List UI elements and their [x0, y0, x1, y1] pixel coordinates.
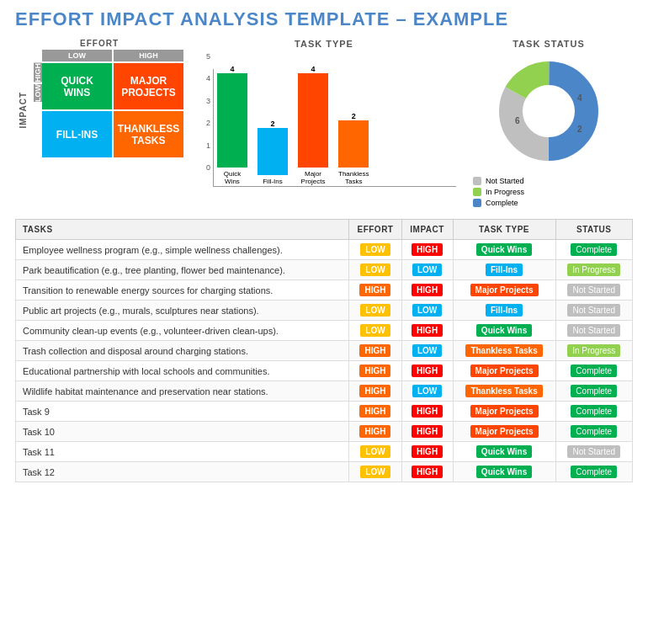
cell-effort: LOW [349, 301, 401, 321]
effort-badge: LOW [360, 466, 390, 478]
table-row: Employee wellness program (e.g., simple … [16, 240, 633, 260]
donut-svg-wrap: 4 2 6 [490, 52, 608, 170]
th-effort: EFFORT [349, 220, 401, 240]
effort-low: LOW [42, 50, 112, 61]
cell-impact: LOW [401, 301, 453, 321]
cell-impact: LOW [401, 381, 453, 402]
table-header-row: TASKS EFFORT IMPACT TASK TYPE STATUS [16, 220, 633, 240]
cell-task: Transition to renewable energy sources f… [16, 280, 349, 301]
cell-effort: LOW [349, 240, 401, 260]
cell-thankless-tasks: THANKLESSTASKS [114, 111, 183, 157]
cell-effort: HIGH [349, 381, 401, 402]
table-row: Educational partnership with local schoo… [16, 361, 633, 381]
cell-task: Employee wellness program (e.g., simple … [16, 240, 349, 260]
bars-group: 4 QuickWins 2 Fill-Ins 4 MajorProjects [213, 69, 456, 187]
impact-badge: HIGH [412, 425, 443, 438]
cell-status: Complete [555, 381, 632, 402]
status-badge: Complete [571, 425, 617, 438]
effort-badge: HIGH [359, 284, 390, 296]
impact-badge: LOW [412, 304, 442, 317]
impact-badge: LOW [412, 263, 442, 276]
cell-impact: HIGH [401, 361, 453, 381]
cell-impact: HIGH [401, 422, 453, 442]
effort-badge: LOW [360, 243, 390, 256]
bar-chart-area: 0 1 2 3 4 5 4 QuickWins 2 Fill-I [192, 52, 456, 187]
effort-badge: LOW [360, 304, 390, 317]
cell-type: Major Projects [453, 361, 555, 381]
top-section: EFFORT LOW HIGH IMPACT HIGH LOW QUICKWIN… [15, 39, 633, 207]
effort-badge: HIGH [359, 425, 390, 438]
cell-type: Quick Wins [453, 321, 555, 341]
impact-low-label: LOW [34, 84, 42, 102]
cell-status: Complete [555, 361, 632, 381]
type-badge: Major Projects [470, 425, 539, 438]
table-row: Public art projects (e.g., murals, sculp… [16, 301, 633, 321]
bar-quick-wins: 4 QuickWins [217, 65, 247, 186]
cell-status: Complete [555, 462, 632, 482]
cell-effort: HIGH [349, 402, 401, 422]
bar-chart-container: TASK TYPE 0 1 2 3 4 5 4 QuickWins [192, 39, 456, 187]
type-badge: Thankless Tasks [465, 385, 542, 397]
effort-badge: LOW [360, 324, 390, 337]
bar-quick-wins-rect [217, 73, 247, 168]
effort-cols: LOW HIGH [42, 50, 183, 61]
donut-label-complete: 6 [515, 116, 520, 125]
cell-status: Complete [555, 240, 632, 260]
matrix-row-top: QUICKWINS MAJORPROJECTS [42, 63, 183, 109]
cell-task: Community clean-up events (e.g., volunte… [16, 321, 349, 341]
cell-impact: HIGH [401, 240, 453, 260]
type-badge: Fill-Ins [486, 263, 523, 276]
matrix-hi-lo: HIGH LOW [34, 63, 42, 157]
donut-legend: Not Started In Progress Complete [473, 177, 633, 207]
effort-label: EFFORT [15, 39, 183, 48]
type-badge: Quick Wins [476, 324, 532, 337]
bar-major-rect [298, 73, 328, 168]
cell-task: Task 10 [16, 422, 349, 442]
type-badge: Major Projects [470, 405, 539, 418]
type-badge: Thankless Tasks [465, 344, 542, 357]
legend-complete: Complete [473, 199, 633, 207]
table-row: Park beautification (e.g., tree planting… [16, 260, 633, 280]
table-row: Task 10 HIGH HIGH Major Projects Complet… [16, 422, 633, 442]
status-badge: Complete [571, 243, 617, 256]
table-row: Task 11 LOW HIGH Quick Wins Not Started [16, 442, 633, 462]
donut-title: TASK STATUS [465, 39, 633, 49]
table-row: Wildlife habitat maintenance and preserv… [16, 381, 633, 402]
effort-badge: HIGH [359, 365, 390, 377]
status-badge: Not Started [567, 324, 620, 337]
cell-quick-wins: QUICKWINS [42, 63, 112, 109]
donut-chart-container: TASK STATUS 4 2 6 Not Started [465, 39, 633, 207]
cell-task: Task 9 [16, 402, 349, 422]
legend-dot-in-progress [473, 188, 481, 196]
cell-effort: LOW [349, 260, 401, 280]
status-badge: In Progress [567, 263, 620, 276]
effort-badge: HIGH [359, 405, 390, 418]
legend-label-in-progress: In Progress [486, 188, 524, 196]
cell-status: Complete [555, 402, 632, 422]
cell-status: Not Started [555, 280, 632, 301]
type-badge: Quick Wins [476, 445, 532, 458]
cell-type: Major Projects [453, 280, 555, 301]
legend-label-not-started: Not Started [486, 177, 524, 185]
th-impact: IMPACT [401, 220, 453, 240]
cell-type: Thankless Tasks [453, 341, 555, 361]
cell-task: Task 11 [16, 442, 349, 462]
matrix-container: EFFORT LOW HIGH IMPACT HIGH LOW QUICKWIN… [15, 39, 183, 157]
impact-badge: HIGH [412, 365, 443, 377]
cell-task: Wildlife habitat maintenance and preserv… [16, 381, 349, 402]
cell-status: Not Started [555, 301, 632, 321]
cell-effort: HIGH [349, 422, 401, 442]
type-badge: Major Projects [470, 284, 539, 296]
bar-thankless-tasks: 2 ThanklessTasks [338, 112, 369, 186]
table-row: Trash collection and disposal around cha… [16, 341, 633, 361]
cell-type: Thankless Tasks [453, 381, 555, 402]
status-badge: Complete [571, 466, 617, 478]
impact-label-container: IMPACT [15, 63, 30, 157]
cell-effort: HIGH [349, 341, 401, 361]
cell-type: Quick Wins [453, 240, 555, 260]
status-badge: Complete [571, 365, 617, 377]
th-status: STATUS [555, 220, 632, 240]
donut-label-not-started: 4 [577, 93, 582, 103]
table-body: Employee wellness program (e.g., simple … [16, 240, 633, 482]
donut-svg: 4 2 6 [490, 52, 608, 170]
